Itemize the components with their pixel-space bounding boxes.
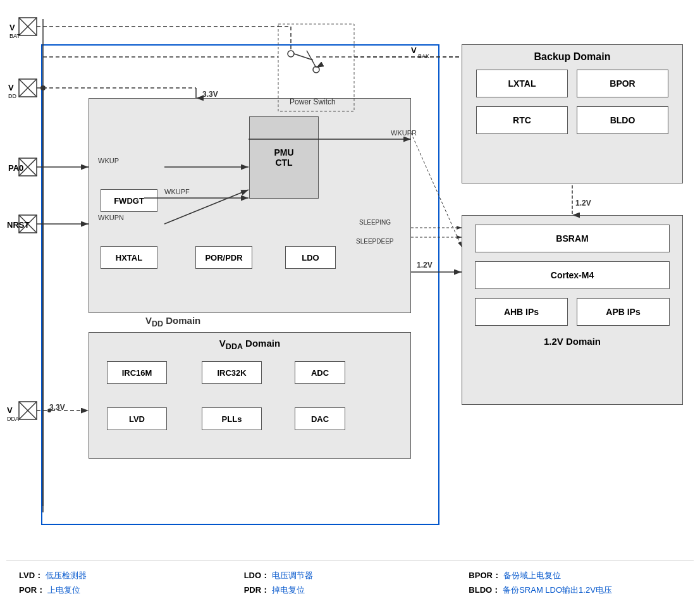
legend-item-bpor: BPOR： 备份域上电复位 [469,570,681,581]
svg-line-36 [19,158,37,176]
legend-item-ldo: LDO： 电压调节器 [244,570,457,581]
cortex-block: Cortex-M4 [475,261,670,289]
svg-line-13 [19,79,37,97]
svg-rect-6 [19,18,37,35]
rtc-block: RTC [476,106,568,134]
backup-domain-title: Backup Domain [462,45,682,66]
svg-text:V: V [8,83,14,92]
svg-text:BAT: BAT [9,33,20,39]
svg-line-44 [19,215,37,233]
svg-text:DDA: DDA [7,416,19,422]
apb-block: APB IPs [577,298,670,326]
legend-val-ldo: 电压调节器 [272,570,313,581]
legend-key-ldo: LDO： [244,570,269,581]
plls-block: PLLs [202,407,262,430]
svg-text:V: V [9,23,15,32]
bsram-block: BSRAM [475,225,670,252]
legend-key-bldo: BLDO： [469,585,500,594]
hxtal-block: HXTAL [101,246,157,269]
v12-grid: BSRAM Cortex-M4 AHB IPs APB IPs [462,216,682,335]
ahb-block: AHB IPs [475,298,568,326]
legend-key-bpor: BPOR： [469,570,501,581]
legend-key-por: POR： [19,585,45,594]
legend-val-pdr: 掉电复位 [272,585,305,594]
svg-text:DD: DD [8,93,16,99]
legend-val-bpor: 备份域上电复位 [503,570,561,581]
ldo-block: LDO [285,246,336,269]
dac-block: DAC [295,407,345,430]
vdd-domain-box: PMUCTL FWDGT HXTAL POR/PDR LDO [89,98,411,313]
svg-line-45 [19,215,37,233]
fwdgt-block: FWDGT [101,189,157,212]
legend-section: LVD： 低压检测器 LDO： 电压调节器 BPOR： 备份域上电复位 POR：… [6,560,694,594]
backup-domain-box: Backup Domain LXTAL BPOR RTC BLDO [462,44,683,183]
svg-rect-59 [19,402,37,419]
svg-line-61 [19,402,37,419]
legend-item-lvd: LVD： 低压检测器 [19,570,231,581]
v12-bottom-row: AHB IPs APB IPs [475,298,670,326]
v12-domain-label: 1.2V Domain [462,336,682,347]
pmu-ctl-block: PMUCTL [249,116,319,199]
vdda-domain-box: VDDA Domain IRC16M IRC32K ADC LVD PLLs D… [89,332,411,459]
legend-key-pdr: PDR： [244,585,269,594]
lvd-block: LVD [107,407,167,430]
backup-grid: LXTAL BPOR RTC BLDO [462,66,682,137]
bldo-block: BLDO [577,106,668,134]
svg-line-37 [19,158,37,176]
porpdr-block: POR/PDR [195,246,252,269]
lxtal-block: LXTAL [476,70,568,97]
legend-val-lvd: 低压检测器 [46,570,87,581]
irc16m-block: IRC16M [107,361,167,384]
adc-block: ADC [295,361,345,384]
vdd-domain-label: VDD Domain [145,315,200,328]
legend-item-por: POR： 上电复位 [19,585,231,594]
legend-item-pdr: PDR： 掉电复位 [244,585,457,594]
bpor-block: BPOR [577,70,668,97]
legend-val-bldo: 备份SRAM LDO输出1.2V电压 [503,585,612,594]
vdda-domain-label: VDDA Domain [89,338,410,351]
svg-line-14 [19,79,37,97]
v12-domain-box: BSRAM Cortex-M4 AHB IPs APB IPs 1.2V Dom… [462,215,683,405]
svg-text:PA0: PA0 [8,163,23,173]
legend-key-lvd: LVD： [19,570,43,581]
svg-text:1.2V: 1.2V [575,199,591,207]
svg-rect-12 [19,79,37,97]
svg-rect-43 [19,215,37,233]
irc32k-block: IRC32K [202,361,262,384]
svg-text:NRST: NRST [7,220,29,230]
svg-line-7 [19,18,37,35]
svg-text:V: V [7,405,13,415]
legend-val-por: 上电复位 [47,585,80,594]
svg-line-8 [19,18,37,35]
svg-line-60 [19,402,37,419]
legend-item-bldo: BLDO： 备份SRAM LDO输出1.2V电压 [469,585,681,594]
diagram-container: PMUCTL FWDGT HXTAL POR/PDR LDO VDD Domai… [6,6,692,557]
svg-rect-35 [19,158,37,176]
